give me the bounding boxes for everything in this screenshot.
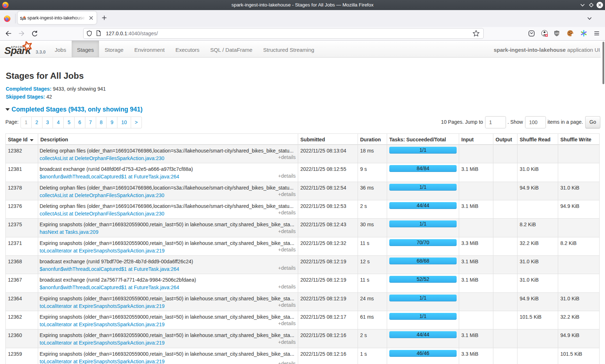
svg-text:UO: UO bbox=[555, 32, 559, 35]
